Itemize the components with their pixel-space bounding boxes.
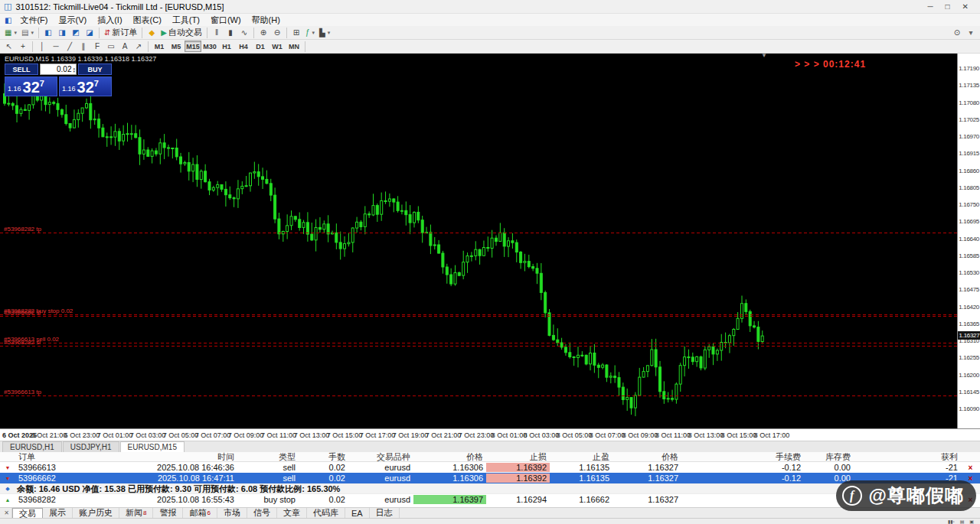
toolbox-tab-experts[interactable]: EA xyxy=(345,508,370,518)
column-header-type[interactable]: 类型 xyxy=(237,452,299,463)
column-header-order[interactable]: 订单 xyxy=(15,452,80,463)
data-window-icon[interactable]: ◨ xyxy=(55,27,69,39)
column-header-swap[interactable]: 库存费 xyxy=(804,452,854,463)
chart-area[interactable]: #53968282 tp#53966662 sl#53968282 buy st… xyxy=(0,54,957,428)
zoom-in-icon[interactable]: ⊕ xyxy=(256,27,270,39)
toolbox-tab-codebase[interactable]: 代码库 xyxy=(307,508,345,518)
buy-button[interactable]: BUY xyxy=(78,63,112,75)
buy-price-display[interactable]: 1.16327 xyxy=(59,76,112,96)
chart-candles-icon[interactable]: ▮ xyxy=(224,27,237,39)
close-button[interactable]: ✕ xyxy=(962,2,969,11)
menu-insert[interactable]: 插入(I) xyxy=(92,14,127,27)
chart-tab-eurusd-h1[interactable]: EURUSD,H1 xyxy=(2,441,62,452)
account-summary-row[interactable]: ◆余额: 16.46 USD 净值: 15.38 已用预付款: 9.30 可用预… xyxy=(0,483,980,494)
navigator-icon[interactable]: ◩ xyxy=(69,27,83,39)
templates-icon[interactable]: ▙▾ xyxy=(317,27,332,39)
shapes-icon[interactable]: ▭ xyxy=(104,41,118,53)
period-m1-button[interactable]: M1 xyxy=(151,41,168,52)
toolbox-tab-news[interactable]: 新闻8 xyxy=(119,508,153,518)
toolbox-tab-alerts[interactable]: 警报 xyxy=(153,508,183,518)
toolbox-tab-articles[interactable]: 文章 xyxy=(277,508,307,518)
price-axis[interactable]: 1.171901.171351.170801.170251.169701.169… xyxy=(957,54,980,428)
order-level-label[interactable]: #53968282 sl xyxy=(4,339,41,346)
order-row[interactable]: ▼539666622025.10.08 16:47:11sell0.02euru… xyxy=(0,473,980,483)
order-level-label[interactable]: #53966613 tp xyxy=(4,389,41,395)
vertical-line-icon[interactable]: │ xyxy=(35,41,49,53)
menu-tools[interactable]: 工具(T) xyxy=(167,14,205,27)
metaeditor-icon[interactable]: ◆ xyxy=(145,27,158,39)
menu-file[interactable]: 文件(F) xyxy=(15,14,53,27)
chart-tab-usdjpy-h1[interactable]: USDJPY,H1 xyxy=(63,441,119,452)
period-w1-button[interactable]: W1 xyxy=(269,41,286,52)
horizontal-line-icon[interactable]: ─ xyxy=(49,41,63,53)
auto-trading-button[interactable]: ▶自动交易 xyxy=(158,27,204,39)
arrow-objects-icon[interactable]: ↗ xyxy=(132,41,145,53)
period-m15-button[interactable]: M15 xyxy=(185,41,201,52)
chart-shift-marker-icon[interactable]: ▼ xyxy=(761,54,767,59)
order-level-label[interactable]: #53968282 buy stop 0.02 xyxy=(4,308,73,314)
volume-input[interactable]: 0.02 ▴ ▾ xyxy=(40,63,77,75)
tile-windows-icon[interactable]: ⊞ xyxy=(289,27,303,39)
column-header-symbol[interactable]: 交易品种 xyxy=(348,452,413,463)
close-order-button[interactable]: × xyxy=(961,464,980,472)
column-header-price2[interactable]: 价格 xyxy=(612,452,681,463)
maximize-button[interactable]: □ xyxy=(946,2,950,11)
toolbox-tab-trade[interactable]: 交易 xyxy=(12,508,43,518)
toolbox-tab-mailbox[interactable]: 邮箱6 xyxy=(183,508,217,518)
trendline-icon[interactable]: ╱ xyxy=(63,41,77,53)
indicators-icon[interactable]: ƒ▾ xyxy=(303,27,317,39)
column-header-tp[interactable]: 止盈 xyxy=(550,452,612,463)
order-level-line[interactable] xyxy=(0,395,957,396)
order-level-line[interactable] xyxy=(0,314,957,315)
menu-view[interactable]: 显示(V) xyxy=(54,14,93,27)
chart-tab-eurusd-m15[interactable]: EURUSD,M15 xyxy=(120,441,185,452)
sell-button[interactable]: SELL xyxy=(5,63,38,75)
order-row[interactable]: ▲539682822025.10.08 16:55:43buy stop0.02… xyxy=(0,494,980,505)
order-level-line[interactable] xyxy=(0,233,957,233)
volume-down-icon[interactable]: ▾ xyxy=(73,70,75,73)
toolbox-tab-market[interactable]: 市场 xyxy=(217,508,247,518)
crosshair-icon[interactable]: + xyxy=(16,41,30,53)
period-h4-button[interactable]: H4 xyxy=(235,41,252,52)
toolbox-close-icon[interactable]: ✕ xyxy=(2,508,12,518)
period-h1-button[interactable]: H1 xyxy=(218,41,235,52)
order-level-line[interactable] xyxy=(0,343,957,343)
chart-line-icon[interactable]: ∿ xyxy=(237,27,251,39)
sell-price-display[interactable]: 1.16327 xyxy=(5,76,57,96)
text-label-icon[interactable]: A xyxy=(118,41,132,53)
toolbox-icon[interactable]: ◪ xyxy=(83,27,96,39)
fibonacci-icon[interactable]: F xyxy=(90,41,104,53)
profiles-icon[interactable]: ▤▾ xyxy=(19,27,36,39)
column-header-profit[interactable]: 获利 xyxy=(854,452,961,463)
column-header-sl[interactable]: 止损 xyxy=(486,452,550,463)
search-icon[interactable]: ⊙ xyxy=(950,27,964,39)
cursor-icon[interactable]: ↖ xyxy=(2,41,16,53)
menu-help[interactable]: 帮助(H) xyxy=(247,14,286,27)
column-header-time[interactable]: 时间 xyxy=(80,452,237,463)
volume-spinner[interactable]: ▴ ▾ xyxy=(73,67,75,73)
period-d1-button[interactable]: D1 xyxy=(252,41,269,52)
column-header-volume[interactable]: 手数 xyxy=(299,452,348,463)
toolbox-tab-signals[interactable]: 信号 xyxy=(247,508,277,518)
period-mn-button[interactable]: MN xyxy=(286,41,302,52)
toolbox-tab-history[interactable]: 账户历史 xyxy=(73,508,119,518)
chart-bars-icon[interactable]: ‖ xyxy=(210,27,224,39)
order-row[interactable]: ▼539666132025.10.08 16:46:36sell0.02euru… xyxy=(0,462,980,473)
period-m5-button[interactable]: M5 xyxy=(168,41,185,52)
zoom-out-icon[interactable]: ⊖ xyxy=(270,27,284,39)
column-header-commission[interactable]: 手续费 xyxy=(681,452,804,463)
menu-charts[interactable]: 图表(C) xyxy=(128,14,167,27)
menu-window[interactable]: 窗口(W) xyxy=(205,14,247,27)
column-header-price[interactable]: 价格 xyxy=(413,452,486,463)
new-chart-icon[interactable]: ▦▾ xyxy=(2,27,19,39)
minimize-button[interactable]: ─ xyxy=(927,2,933,11)
time-axis[interactable]: 6 Oct 20256 Oct 21:006 Oct 23:007 Oct 01… xyxy=(0,428,980,441)
equidistant-channel-icon[interactable]: ∥ xyxy=(77,41,90,53)
order-level-line[interactable] xyxy=(0,346,957,347)
market-watch-icon[interactable]: ◧ xyxy=(41,27,55,39)
order-level-line[interactable] xyxy=(0,316,957,317)
new-order-button[interactable]: ⇵新订单 xyxy=(102,27,139,39)
order-level-label[interactable]: #53968282 tp xyxy=(4,226,41,233)
customize-toolbar-icon[interactable]: ▾ xyxy=(964,27,978,39)
period-m30-button[interactable]: M30 xyxy=(201,41,218,52)
